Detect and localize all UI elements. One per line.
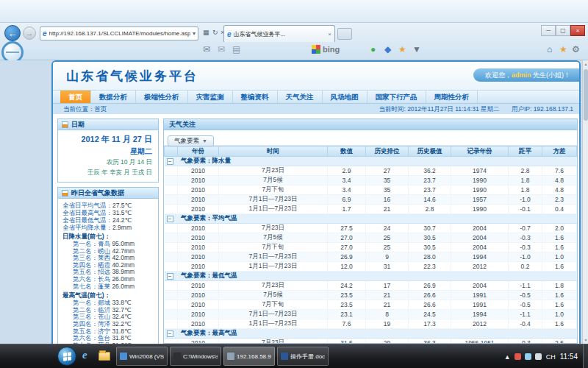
cell-4: 31: [366, 262, 409, 272]
rank-sections: 日降水量(前七)：第一名：青岛 95.0mm第二名：崂山 42.7mm第三名：莱…: [62, 233, 156, 344]
bing-logo[interactable]: bing: [312, 45, 340, 54]
scroll-down-icon[interactable]: ▼: [583, 338, 588, 342]
collapse-icon[interactable]: −: [167, 273, 173, 280]
show-desktop-button[interactable]: [583, 344, 588, 368]
mail-icon[interactable]: ✉: [203, 44, 210, 54]
cell-8: 4.8: [542, 185, 577, 195]
table-row[interactable]: 20107月下旬3.43523.719901.84.8: [165, 185, 577, 195]
nav-item-8[interactable]: 国家下行产品: [368, 91, 426, 103]
table-row[interactable]: 20107月1日—7月23日23.1824.51994-1.11.0: [165, 310, 577, 319]
nav-item-1[interactable]: 首页: [60, 91, 91, 103]
table-row[interactable]: 20107月5候27.02530.52004-0.31.6: [165, 233, 577, 243]
rank-value: 42.7mm: [112, 247, 135, 255]
address-dropdown-icon[interactable]: ▾: [193, 30, 196, 37]
taskbar-button-1[interactable]: Win2008 (VS2...: [116, 347, 168, 366]
collapse-icon[interactable]: −: [167, 330, 173, 337]
page-icon[interactable]: ▤: [232, 44, 240, 54]
cell-7: -0.7: [509, 224, 542, 233]
rank-value: 31.8℃: [112, 334, 131, 342]
scrollbar-thumb[interactable]: [584, 69, 588, 121]
nav-item-6[interactable]: 天气关注: [278, 91, 323, 103]
table-row[interactable]: 20107月5候3.43523.719901.84.8: [165, 176, 577, 185]
table-row[interactable]: 20107月下旬23.52126.61991-0.51.6: [165, 300, 577, 310]
rank-label: 第七名：: [73, 283, 98, 290]
table-row[interactable]: 20101月1日—7月23日12.03122.320120.21.6: [165, 262, 577, 272]
taskbar-button-4[interactable]: 操作手册.docx -...: [277, 347, 329, 366]
language-indicator[interactable]: CH: [546, 353, 556, 361]
cell-4: 17: [366, 281, 409, 291]
table-row[interactable]: 20107月23日27.52430.72004-0.72.0: [165, 224, 577, 233]
new-tab-button[interactable]: [337, 28, 352, 40]
ie-quicklaunch-icon[interactable]: e: [82, 349, 87, 361]
table-row[interactable]: 20107月23日31.52936.31955,1951-0.32.5: [165, 339, 577, 344]
start-button[interactable]: [57, 347, 76, 366]
nav-item-7[interactable]: 风场地图: [323, 91, 368, 103]
group-row-1[interactable]: −气象要素：降水量: [165, 157, 577, 166]
nav-item-5[interactable]: 整编资料: [233, 91, 278, 103]
maximize-button[interactable]: ▢: [556, 25, 570, 36]
header-expand-column: [165, 146, 178, 157]
favorites-badge-icon[interactable]: ★: [398, 44, 406, 54]
shield-icon[interactable]: ◆: [384, 44, 391, 54]
cell-7: 1.8: [509, 185, 542, 195]
nav-item-4[interactable]: 灾害监测: [188, 91, 233, 103]
download-icon[interactable]: ▼: [412, 44, 421, 54]
group-row-4[interactable]: −气象要素：最高气温: [165, 329, 577, 339]
table-row[interactable]: 20107月23日24.21726.92004-1.11.8: [165, 281, 577, 291]
browser-forward-button[interactable]: →: [23, 26, 36, 40]
send-mail-icon[interactable]: ✉: [218, 44, 225, 54]
table-row[interactable]: 20107月1日—7月23日6.91614.61957-1.02.3: [165, 195, 577, 205]
cell-1: 2010: [178, 166, 219, 176]
table-row[interactable]: 20107月23日2.92736.219742.87.6: [165, 166, 577, 176]
cell-4: 27: [366, 166, 409, 176]
tray-volume-icon[interactable]: [535, 353, 542, 360]
collapse-icon[interactable]: −: [167, 158, 173, 165]
rank-station: 济宁: [98, 328, 112, 335]
column-header-6: 记录年份: [451, 146, 509, 157]
element-filter-button[interactable]: 气象要素▼: [168, 135, 214, 146]
cell-5: 30.5: [409, 243, 451, 252]
browser-tab[interactable]: e 山东省气候业务平... ×: [223, 25, 335, 42]
nav-item-3[interactable]: 极端性分析: [136, 91, 188, 103]
tab-close-icon[interactable]: ×: [328, 31, 331, 38]
home-icon[interactable]: ⌂: [547, 44, 552, 54]
column-header-2: 时间: [219, 146, 328, 157]
compatibility-icon[interactable]: ▦: [203, 29, 209, 36]
table-row[interactable]: 20101月1日—7月23日7.61917.32012-0.41.6: [165, 319, 577, 329]
table-row[interactable]: 20107月下旬27.02530.52004-0.31.6: [165, 243, 577, 252]
explorer-quicklaunch-icon[interactable]: [98, 352, 110, 361]
browser-back-button[interactable]: ←: [4, 25, 21, 41]
row-expand-cell: [165, 195, 178, 205]
cell-8: 1.6: [542, 233, 577, 243]
tray-update-icon[interactable]: [514, 353, 521, 360]
group-row-2[interactable]: −气象要素：平均气温: [165, 214, 577, 224]
collapse-icon[interactable]: −: [167, 216, 173, 222]
sidebar: 日期 2012 年 11 月 27 日 星期二 农历 10 月 14 日 壬辰 …: [57, 118, 159, 344]
cell-4: 19: [366, 319, 409, 329]
star-icon[interactable]: ★: [559, 44, 567, 54]
minimize-button[interactable]: ─: [541, 25, 556, 36]
taskbar-button-3[interactable]: 192.168.58.99...: [223, 347, 275, 366]
cell-1: 2010: [178, 262, 219, 272]
table-row[interactable]: 20107月1日—7月23日26.9928.01994-1.01.0: [165, 252, 577, 262]
tray-clock[interactable]: 11:54: [560, 353, 578, 361]
address-bar[interactable]: e http://192.168.137.1/SLCCLIMATE/module…: [40, 26, 198, 40]
group-expand-cell: −: [165, 214, 178, 224]
gear-icon[interactable]: ⚙: [572, 44, 580, 54]
cell-4: 24: [366, 224, 409, 233]
tray-network-icon[interactable]: [525, 353, 531, 360]
nav-item-9[interactable]: 周期性分析: [426, 91, 478, 103]
tray-expand-icon[interactable]: ▲: [504, 353, 511, 361]
table-row[interactable]: 20101月1日—7月23日1.7212.81990-0.10.4: [165, 205, 577, 214]
refresh-icon[interactable]: ↻: [212, 29, 218, 36]
close-button[interactable]: ×: [570, 25, 585, 36]
messenger-icon[interactable]: ●: [370, 44, 376, 54]
group-row-3[interactable]: −气象要素：最低气温: [165, 272, 577, 281]
tab-favicon-icon: e: [227, 30, 232, 38]
scroll-up-icon[interactable]: ▲: [583, 62, 588, 66]
nav-item-2[interactable]: 数据分析: [91, 91, 136, 103]
cell-2: 7月23日: [219, 166, 328, 176]
table-row[interactable]: 20107月5候23.52126.61991-0.51.6: [165, 291, 577, 300]
vertical-scrollbar[interactable]: ▲ ▼: [582, 60, 588, 344]
taskbar-button-2[interactable]: C:\Windows\s...: [170, 347, 221, 366]
